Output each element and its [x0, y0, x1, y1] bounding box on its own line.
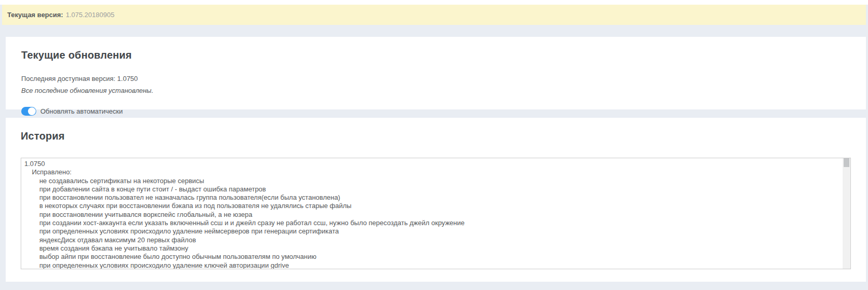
toggle-knob-icon	[28, 107, 36, 115]
auto-update-row: Обновлять автоматически	[21, 107, 850, 116]
current-version-value: 1.075.20180905	[66, 11, 114, 19]
updates-card: Текущие обновления Последняя доступная в…	[6, 37, 866, 109]
history-card: История 1.0750 Исправлено: не создавалис…	[6, 118, 866, 282]
history-card-title: История	[21, 130, 851, 142]
scrollbar-track[interactable]	[843, 158, 850, 269]
latest-version-text: Последняя доступная версия: 1.0750	[21, 75, 850, 82]
auto-update-label: Обновлять автоматически	[40, 107, 123, 115]
current-version-label: Текущая версия:	[7, 11, 63, 19]
current-version-banner: Текущая версия: 1.075.20180905	[2, 5, 866, 25]
updates-card-title: Текущие обновления	[21, 49, 850, 61]
changelog-text: 1.0750 Исправлено: не создавались сертиф…	[21, 158, 850, 269]
auto-update-toggle[interactable]	[21, 107, 36, 116]
update-status-text: Все последние обновления установлены.	[21, 87, 850, 94]
changelog-textarea[interactable]: 1.0750 Исправлено: не создавались сертиф…	[21, 158, 851, 269]
top-strip	[0, 0, 868, 5]
scrollbar-thumb[interactable]	[844, 158, 849, 167]
